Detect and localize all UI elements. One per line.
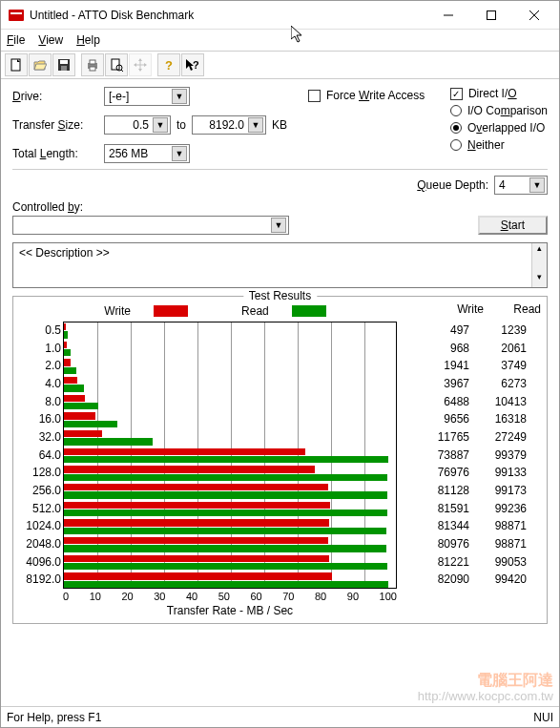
scrollbar[interactable]: ▴▾ (531, 243, 547, 287)
print-preview-button[interactable] (105, 53, 128, 76)
app-icon (9, 8, 24, 23)
chevron-down-icon: ▼ (172, 146, 187, 161)
svg-text:?: ? (193, 59, 199, 71)
move-button (129, 53, 152, 76)
drive-select[interactable]: [-e-]▼ (104, 87, 190, 106)
statusbar: For Help, press F1 NUI (1, 706, 559, 727)
chart-y-labels: 0.51.02.04.08.016.032.064.0128.0256.0512… (19, 322, 63, 589)
data-table: 4971239968206119413749396762736488104139… (403, 322, 527, 589)
chart-x-axis: 0102030405060708090100 (63, 591, 397, 602)
print-button[interactable] (81, 53, 104, 76)
test-results-title: Test Results (243, 289, 317, 302)
chevron-down-icon: ▼ (248, 117, 263, 133)
svg-rect-1 (10, 12, 22, 14)
svg-rect-0 (9, 10, 24, 21)
transfer-to-select[interactable]: 8192.0▼ (192, 115, 266, 135)
drive-label: Drive: (12, 90, 98, 103)
chevron-down-icon: ▼ (153, 117, 168, 133)
controlled-by-select[interactable]: ▼ (12, 216, 289, 235)
total-length-select[interactable]: 256 MB▼ (104, 144, 190, 163)
settings-panel: Drive: [-e-]▼ Transfer Size: 0.5▼ to 819… (12, 87, 548, 163)
description-textarea[interactable]: << Description >> ▴▾ (12, 242, 548, 288)
menu-view[interactable]: View (38, 33, 63, 47)
chevron-down-icon: ▼ (271, 218, 286, 233)
to-label: to (176, 118, 186, 132)
svg-rect-12 (90, 67, 95, 71)
direct-io-checkbox[interactable]: ✓ Direct I/O (450, 87, 548, 100)
controlled-by-label: Controlled by: (12, 200, 289, 214)
force-write-checkbox[interactable]: Force Write Access (308, 89, 425, 102)
chevron-down-icon: ▼ (172, 89, 187, 104)
svg-line-15 (121, 70, 123, 72)
titlebar: Untitled - ATTO Disk Benchmark (1, 1, 559, 30)
chart-grid (63, 322, 397, 589)
help-about-button[interactable]: ? (157, 53, 180, 76)
menu-file[interactable]: File (7, 33, 25, 47)
context-help-button[interactable]: ? (181, 53, 204, 76)
status-help-text: For Help, press F1 (7, 711, 101, 724)
chevron-down-icon: ▼ (529, 177, 545, 193)
chart-x-axis-label: Transfer Rate - MB / Sec (63, 604, 397, 617)
save-button[interactable] (52, 53, 75, 76)
write-swatch (154, 305, 188, 317)
transfer-from-select[interactable]: 0.5▼ (104, 115, 171, 135)
svg-rect-8 (60, 60, 68, 64)
svg-rect-11 (90, 60, 95, 64)
maximize-button[interactable] (469, 1, 512, 29)
neither-radio[interactable]: Neither (450, 138, 548, 152)
legend-write-label: Write (104, 304, 131, 318)
svg-text:?: ? (165, 58, 173, 72)
menu-help[interactable]: Help (76, 33, 100, 47)
read-swatch (292, 305, 326, 317)
minimize-button[interactable] (426, 1, 469, 29)
watermark: 電腦王阿達 http://www.kocpc.com.tw (418, 671, 553, 704)
legend-read-label: Read (241, 304, 269, 318)
kb-label: KB (272, 118, 287, 132)
svg-rect-9 (61, 66, 67, 71)
queue-depth-select[interactable]: 4▼ (494, 176, 548, 195)
start-button[interactable]: Start (478, 216, 548, 235)
test-results-panel: Test Results Write Read Write Read (12, 296, 548, 624)
toolbar: ? ? (1, 51, 559, 79)
queue-depth-label: Queue Depth: (417, 178, 488, 192)
status-right-text: NUI (533, 711, 553, 724)
overlapped-io-radio[interactable]: Overlapped I/O (450, 121, 548, 135)
window-title: Untitled - ATTO Disk Benchmark (30, 9, 426, 22)
io-comparison-radio[interactable]: I/O Comparison (450, 104, 548, 117)
new-button[interactable] (5, 53, 28, 76)
transfer-size-label: Transfer Size: (12, 118, 98, 132)
description-placeholder: << Description >> (19, 246, 110, 260)
read-column-header: Read (493, 302, 541, 316)
svg-rect-3 (487, 10, 495, 19)
menubar: File View Help (1, 30, 559, 51)
svg-rect-13 (112, 59, 119, 70)
close-button[interactable] (512, 1, 555, 29)
open-button[interactable] (29, 53, 52, 76)
write-column-header: Write (436, 302, 484, 316)
total-length-label: Total Length: (12, 147, 98, 160)
